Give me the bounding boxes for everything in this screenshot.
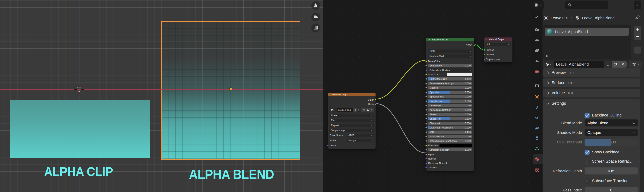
panel-drag-grip[interactable] bbox=[569, 103, 574, 104]
input-subsurface-color[interactable]: Subsurface C… bbox=[428, 73, 472, 76]
list-resize-grip[interactable] bbox=[584, 56, 590, 57]
socket[interactable] bbox=[425, 100, 427, 102]
input-clearcoat[interactable]: Clearcoat0.000 bbox=[428, 122, 472, 125]
socket[interactable] bbox=[425, 96, 427, 98]
socket-displacement[interactable] bbox=[483, 58, 485, 60]
socket[interactable] bbox=[425, 74, 427, 76]
target-dropdown[interactable]: All bbox=[486, 43, 511, 46]
image-users-button[interactable]: 3 bbox=[353, 108, 357, 112]
socket[interactable] bbox=[425, 109, 427, 111]
socket[interactable] bbox=[425, 113, 427, 115]
input-alpha[interactable]: Alpha bbox=[428, 153, 472, 156]
browse-material-button[interactable] bbox=[543, 61, 554, 68]
distribution-dropdown[interactable]: GGX bbox=[428, 49, 472, 53]
tab-render[interactable] bbox=[534, 27, 540, 32]
tab-constraints[interactable] bbox=[534, 136, 540, 141]
show-backface-checkbox[interactable] bbox=[584, 150, 590, 155]
socket-vector[interactable] bbox=[327, 145, 329, 147]
node-header[interactable]: Principled BSDF bbox=[426, 38, 474, 41]
socket[interactable] bbox=[425, 135, 427, 138]
tab-texture[interactable] bbox=[534, 168, 540, 173]
material-slot-selected[interactable]: Leave_AlphaBlend bbox=[545, 28, 629, 36]
list-filter-expand[interactable]: ▶ bbox=[546, 54, 548, 58]
socket[interactable] bbox=[425, 87, 427, 89]
output-bsdf[interactable]: BSDF bbox=[428, 44, 472, 47]
socket[interactable] bbox=[425, 118, 427, 120]
input-clearcoat-roughness[interactable]: Clearcoat Roughness0.030 bbox=[428, 126, 472, 129]
panel-preview[interactable]: Preview bbox=[543, 68, 640, 77]
input-ior[interactable]: IOR1.450 bbox=[428, 130, 472, 134]
shader-editor[interactable]: Gradient.png Color Alpha Gra bbox=[323, 0, 531, 192]
collapse-icon[interactable] bbox=[428, 38, 430, 40]
material-output-node[interactable]: Material Output All Surface Volume Displ… bbox=[484, 37, 512, 62]
open-image-button[interactable] bbox=[366, 108, 370, 112]
socket-color[interactable] bbox=[374, 99, 376, 101]
socket[interactable] bbox=[425, 78, 427, 80]
image-datablock-row[interactable]: Gradient.png 3 × bbox=[330, 108, 374, 112]
blend-mode-dropdown[interactable]: Alpha Blend bbox=[584, 119, 638, 126]
socket-volume[interactable] bbox=[483, 54, 485, 56]
collapse-icon[interactable] bbox=[486, 38, 488, 40]
duplicate-image-button[interactable] bbox=[362, 108, 366, 112]
pin-id-button[interactable] bbox=[635, 15, 640, 20]
node-header[interactable]: Material Output bbox=[484, 37, 512, 41]
socket[interactable] bbox=[425, 149, 427, 151]
input-volume[interactable]: Volume bbox=[486, 53, 511, 56]
socket[interactable] bbox=[425, 104, 427, 106]
input-clearcoat-normal[interactable]: Clearcoat Normal bbox=[428, 162, 472, 165]
fake-user-button[interactable] bbox=[357, 108, 361, 112]
backface-culling-checkbox[interactable] bbox=[584, 113, 590, 118]
tab-modifiers[interactable] bbox=[534, 105, 540, 110]
viewport-3d[interactable]: ALPHA CLIP ALPHA BLEND bbox=[0, 0, 323, 192]
tab-object-data[interactable] bbox=[534, 146, 540, 151]
socket-base-color[interactable] bbox=[425, 60, 427, 62]
input-anisotropic[interactable]: Anisotropic0.000 bbox=[428, 104, 472, 107]
material-name-field[interactable]: Leave_AlphaBlend bbox=[554, 61, 604, 68]
search-input[interactable] bbox=[573, 2, 605, 7]
socket[interactable] bbox=[425, 69, 427, 71]
color-swatch-black[interactable] bbox=[440, 144, 472, 147]
search-box[interactable] bbox=[565, 0, 608, 9]
breadcrumb-material[interactable]: Leave_AlphaBlend bbox=[582, 16, 614, 20]
collapse-icon[interactable] bbox=[329, 93, 331, 95]
unlink-image-button[interactable]: × bbox=[370, 108, 374, 112]
tab-output[interactable] bbox=[534, 38, 540, 43]
object-icon[interactable] bbox=[544, 15, 549, 20]
input-metallic[interactable]: Metallic0.000 bbox=[428, 86, 472, 89]
input-displacement[interactable]: Displacement bbox=[486, 58, 511, 61]
tab-object[interactable] bbox=[534, 95, 540, 100]
output-alpha[interactable]: Alpha bbox=[330, 103, 374, 106]
panel-settings[interactable]: Settings Backface Culling Blend Mode Alp… bbox=[543, 99, 640, 192]
input-vector[interactable]: Vector bbox=[330, 144, 374, 147]
subsurface-method-dropdown[interactable]: Random Walk bbox=[428, 54, 472, 58]
socket[interactable] bbox=[425, 158, 427, 160]
socket[interactable] bbox=[425, 65, 427, 67]
image-texture-node[interactable]: Gradient.png Color Alpha Gra bbox=[328, 93, 376, 149]
input-surface[interactable]: Surface bbox=[486, 48, 511, 52]
tab-particles[interactable] bbox=[534, 115, 540, 121]
principled-bsdf-node[interactable]: Principled BSDF BSDF GGX Random Walk Bas… bbox=[426, 38, 474, 171]
socket-bsdf[interactable] bbox=[473, 44, 475, 46]
input-emission[interactable]: Emission bbox=[428, 144, 472, 147]
input-normal[interactable]: Normal bbox=[428, 157, 472, 160]
pass-index-field[interactable]: 0 bbox=[584, 187, 638, 192]
material-slot-list[interactable]: Leave_AlphaBlend ▶ bbox=[543, 25, 631, 59]
editor-options-button[interactable] bbox=[634, 0, 641, 9]
pan-hand-button[interactable] bbox=[311, 1, 320, 10]
projection-row[interactable]: Flat bbox=[330, 119, 374, 122]
image-browse-button[interactable] bbox=[330, 108, 336, 112]
socket[interactable] bbox=[425, 144, 427, 146]
tab-physics[interactable] bbox=[534, 126, 540, 131]
add-material-slot-button[interactable]: + bbox=[634, 26, 641, 33]
remove-material-slot-button[interactable]: − bbox=[634, 33, 641, 40]
tab-material[interactable] bbox=[534, 157, 540, 162]
input-subsurface[interactable]: Subsurface0.000 bbox=[428, 64, 472, 67]
socket[interactable] bbox=[425, 167, 427, 169]
socket[interactable] bbox=[425, 122, 427, 124]
tab-view-layer[interactable] bbox=[534, 48, 540, 53]
socket[interactable] bbox=[425, 91, 427, 93]
panel-drag-grip[interactable] bbox=[568, 92, 573, 94]
color-swatch-white[interactable] bbox=[446, 73, 472, 76]
socket[interactable] bbox=[425, 162, 427, 164]
duplicate-material-button[interactable] bbox=[612, 61, 619, 68]
